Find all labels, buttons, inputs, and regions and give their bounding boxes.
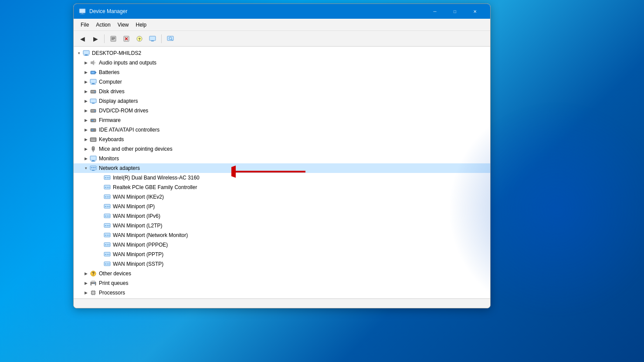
- svg-point-73: [105, 206, 106, 207]
- monitors-toggle[interactable]: ▶: [82, 155, 89, 162]
- back-button[interactable]: ◀: [76, 33, 88, 45]
- batteries-icon: [89, 68, 97, 76]
- tree-item-batteries[interactable]: ▶ Batteries: [74, 68, 490, 77]
- processors-toggle[interactable]: ▶: [82, 289, 89, 296]
- menu-help[interactable]: Help: [132, 20, 150, 30]
- svg-point-62: [107, 177, 108, 178]
- disk-toggle[interactable]: ▶: [82, 88, 89, 95]
- tree-item-processors[interactable]: ▶ Processors: [74, 288, 490, 298]
- tree-item-network[interactable]: ▾ Network adapters: [74, 163, 490, 173]
- wan-ipv6-label: WAN Miniport (IPv6): [113, 213, 160, 219]
- tree-item-firmware[interactable]: ▶ Firmware: [74, 115, 490, 125]
- tree-item-dvd[interactable]: ▶ DVD/CD-ROM drives: [74, 106, 490, 115]
- tree-item-wan-ikev2[interactable]: ▶ WAN Miniport (IKEv2): [74, 192, 490, 202]
- svg-rect-54: [92, 170, 95, 171]
- uninstall-button[interactable]: [120, 33, 132, 45]
- tree-item-keyboards[interactable]: ▶ Keyboards: [74, 135, 490, 144]
- batteries-toggle[interactable]: ▶: [82, 69, 89, 76]
- svg-point-94: [107, 254, 108, 255]
- mice-label: Mice and other pointing devices: [99, 146, 173, 152]
- properties-button[interactable]: [107, 33, 119, 45]
- svg-rect-24: [90, 79, 96, 83]
- audio-label: Audio inputs and outputs: [99, 60, 156, 66]
- close-button[interactable]: ✕: [465, 4, 485, 19]
- svg-rect-50: [90, 156, 96, 160]
- audio-toggle[interactable]: ▶: [82, 59, 89, 66]
- svg-point-77: [105, 216, 106, 217]
- print-toggle[interactable]: ▶: [82, 280, 89, 287]
- toolbar-separator-1: [104, 34, 105, 43]
- svg-rect-105: [94, 283, 95, 284]
- print-icon: [89, 279, 97, 287]
- mice-icon: [89, 145, 97, 153]
- toolbar-separator-2: [161, 34, 162, 43]
- tree-item-disk[interactable]: ▶ Disk drives: [74, 87, 490, 96]
- svg-rect-52: [91, 161, 95, 162]
- tree-item-realtek[interactable]: ▶ Realtek PCIe GBE Family Controller: [74, 183, 490, 192]
- tree-item-wan-ipv6[interactable]: ▶ WAN Miniport (IPv6): [74, 211, 490, 221]
- tree-item-other[interactable]: ▶ ? Other devices: [74, 269, 490, 278]
- svg-rect-36: [92, 120, 93, 121]
- network-toggle[interactable]: ▾: [82, 165, 89, 172]
- scan-button[interactable]: [164, 33, 176, 45]
- minimize-button[interactable]: ─: [425, 4, 445, 19]
- tree-item-mice[interactable]: ▶ Mice and other pointing devices: [74, 144, 490, 154]
- firmware-icon: [89, 116, 97, 124]
- tree-item-monitors[interactable]: ▶ Monitors: [74, 154, 490, 163]
- maximize-button[interactable]: □: [445, 4, 465, 19]
- mice-toggle[interactable]: ▶: [82, 145, 89, 152]
- tree-item-computer[interactable]: ▶ Computer: [74, 77, 490, 87]
- root-computer-icon: [82, 49, 90, 57]
- tree-item-wan-netmon[interactable]: ▶ WAN Miniport (Network Monitor): [74, 230, 490, 240]
- realtek-label: Realtek PCIe GBE Family Controller: [113, 184, 197, 190]
- view-button[interactable]: [146, 33, 159, 45]
- tree-item-wan-ip[interactable]: ▶ WAN Miniport (IP): [74, 202, 490, 211]
- menu-view[interactable]: View: [114, 20, 132, 30]
- display-toggle[interactable]: ▶: [82, 98, 89, 105]
- svg-point-78: [107, 216, 108, 217]
- svg-point-29: [95, 91, 96, 93]
- tree-item-wan-l2tp[interactable]: ▶ WAN Miniport (L2TP): [74, 221, 490, 230]
- tree-item-intel[interactable]: ▶ Intel(R) Dual Band Wireless-AC 3160: [74, 173, 490, 183]
- svg-point-65: [105, 187, 106, 188]
- svg-point-56: [93, 167, 94, 169]
- svg-point-63: [108, 177, 109, 178]
- monitors-icon: [89, 155, 97, 162]
- wan-netmon-icon: [103, 231, 111, 239]
- tree-item-wan-pppoe[interactable]: ▶ WAN Miniport (PPPOE): [74, 240, 490, 250]
- computer-toggle[interactable]: ▶: [82, 78, 89, 85]
- tree-item-wan-pptp[interactable]: ▶ WAN Miniport (PPTP): [74, 250, 490, 259]
- properties-icon: [110, 35, 117, 42]
- tree-item-print[interactable]: ▶ Print queues: [74, 278, 490, 288]
- tree-item-ide[interactable]: ▶ IDE ATA/ATAPI controllers: [74, 125, 490, 135]
- dvd-toggle[interactable]: ▶: [82, 107, 89, 114]
- tree-root[interactable]: ▾ DESKTOP-MHILDS2: [74, 48, 490, 58]
- tree-item-display[interactable]: ▶ Display adapters: [74, 96, 490, 106]
- wan-pppoe-icon: [103, 241, 111, 249]
- svg-point-87: [108, 235, 109, 236]
- device-tree[interactable]: ▾ DESKTOP-MHILDS2 ▶: [74, 47, 490, 298]
- tree-item-wan-sstp[interactable]: ▶ WAN Miniport (SSTP): [74, 259, 490, 269]
- window-title: Device Manager: [89, 8, 425, 14]
- svg-point-49: [93, 151, 94, 152]
- keyboards-toggle[interactable]: ▶: [82, 136, 89, 143]
- svg-point-91: [108, 244, 109, 245]
- firmware-toggle[interactable]: ▶: [82, 117, 89, 124]
- root-toggle[interactable]: ▾: [75, 50, 82, 57]
- svg-point-97: [105, 264, 106, 264]
- other-toggle[interactable]: ▶: [82, 270, 89, 277]
- batteries-label: Batteries: [99, 69, 119, 75]
- keyboards-icon: [89, 135, 97, 143]
- menu-file[interactable]: File: [77, 20, 92, 30]
- svg-rect-25: [92, 83, 95, 84]
- dvd-label: DVD/CD-ROM drives: [99, 108, 148, 114]
- ide-toggle[interactable]: ▶: [82, 126, 89, 133]
- svg-rect-20: [91, 61, 92, 64]
- svg-point-75: [108, 206, 109, 207]
- tree-item-audio[interactable]: ▶ Audio inputs and outputs: [74, 58, 490, 68]
- audio-icon: [89, 59, 97, 67]
- svg-rect-0: [79, 9, 85, 13]
- menu-action[interactable]: Action: [92, 20, 114, 30]
- help-button[interactable]: ?: [133, 33, 146, 45]
- forward-button[interactable]: ▶: [89, 33, 102, 45]
